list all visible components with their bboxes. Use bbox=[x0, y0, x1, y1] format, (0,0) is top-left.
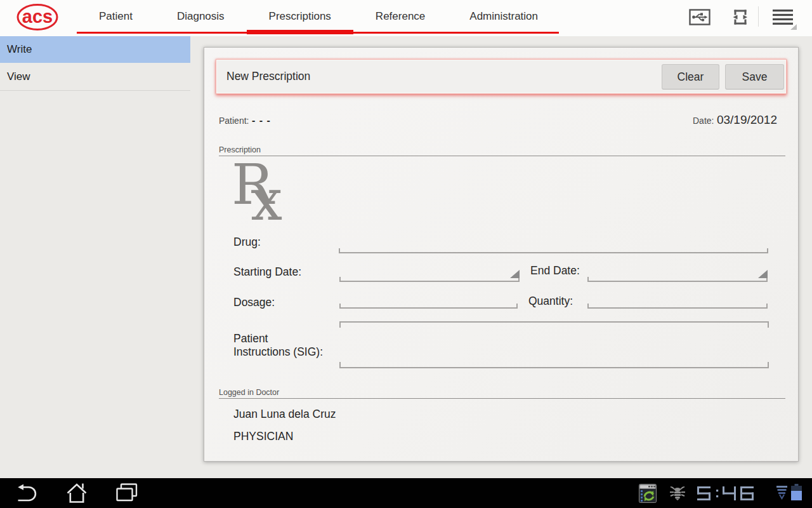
date-value: 03/19/2012 bbox=[717, 113, 777, 126]
doctor-role: PHYSICIAN bbox=[233, 430, 293, 443]
quantity-label: Quantity: bbox=[528, 295, 573, 308]
sig-input[interactable] bbox=[339, 321, 769, 368]
panel-title: New Prescription bbox=[226, 60, 310, 93]
doctor-name: Juan Luna dela Cruz bbox=[233, 408, 336, 421]
starting-date-dropdown-icon[interactable] bbox=[510, 270, 520, 278]
section-doctor: Logged in Doctor bbox=[219, 384, 785, 399]
top-action-bar: acs Patient Diagnosis Prescriptions Refe… bbox=[0, 0, 812, 36]
prescription-panel: New Prescription Clear Save Patient: - -… bbox=[204, 47, 799, 462]
patient-value: - - - bbox=[252, 115, 271, 126]
date-label: Date: bbox=[693, 116, 714, 126]
tab-administration[interactable]: Administration bbox=[447, 0, 560, 32]
clock bbox=[697, 486, 761, 500]
patient-label: Patient: bbox=[219, 116, 249, 126]
end-date-label: End Date: bbox=[530, 264, 580, 277]
drug-label: Drug: bbox=[233, 236, 261, 249]
starting-date-spinner[interactable] bbox=[339, 277, 520, 282]
menu-corner-icon bbox=[790, 24, 797, 30]
dosage-label: Dosage: bbox=[233, 296, 275, 309]
date-row: Date: 03/19/2012 bbox=[693, 113, 777, 127]
sidebar-item-write[interactable]: Write bbox=[0, 36, 190, 63]
tab-patient[interactable]: Patient bbox=[77, 0, 155, 32]
tab-strip: Patient Diagnosis Prescriptions Referenc… bbox=[77, 0, 560, 36]
tab-prescriptions[interactable]: Prescriptions bbox=[247, 0, 353, 32]
dosage-input[interactable] bbox=[339, 304, 518, 309]
adb-bug-icon bbox=[669, 486, 686, 500]
home-icon[interactable] bbox=[66, 483, 88, 503]
sidebar-item-view[interactable]: View bbox=[0, 63, 190, 91]
topbar-divider bbox=[758, 6, 759, 27]
patient-row: Patient: - - - bbox=[219, 115, 271, 126]
end-date-dropdown-icon[interactable] bbox=[758, 270, 768, 278]
recents-icon[interactable] bbox=[115, 483, 138, 502]
quantity-input[interactable] bbox=[587, 304, 768, 309]
starting-date-label: Starting Date: bbox=[233, 265, 301, 279]
save-button[interactable]: Save bbox=[725, 64, 784, 90]
menu-icon[interactable] bbox=[773, 10, 793, 25]
sig-label: Patient Instructions (SIG): bbox=[233, 332, 324, 359]
tab-diagnosis[interactable]: Diagnosis bbox=[155, 0, 247, 32]
notification-app-icon[interactable] bbox=[639, 484, 657, 503]
panel-header: New Prescription Clear Save bbox=[216, 59, 787, 94]
tab-reference[interactable]: Reference bbox=[353, 0, 447, 32]
battery-icon bbox=[791, 484, 802, 500]
clear-button[interactable]: Clear bbox=[662, 64, 719, 90]
usb-icon[interactable] bbox=[689, 9, 710, 25]
tab-underline bbox=[77, 32, 559, 34]
svg-text:acs: acs bbox=[22, 6, 53, 27]
usb-status-icon bbox=[776, 486, 787, 501]
system-bar bbox=[0, 478, 812, 508]
screen: acs Patient Diagnosis Prescriptions Refe… bbox=[0, 0, 812, 508]
rx-symbol: R x bbox=[232, 156, 301, 220]
drug-input[interactable] bbox=[339, 248, 768, 253]
back-icon[interactable] bbox=[16, 483, 37, 503]
end-date-spinner[interactable] bbox=[587, 277, 768, 282]
sync-icon[interactable] bbox=[731, 9, 747, 25]
sidebar: Write View bbox=[0, 36, 190, 462]
section-prescription: Prescription bbox=[219, 141, 785, 156]
acs-logo-icon: acs bbox=[15, 3, 60, 32]
